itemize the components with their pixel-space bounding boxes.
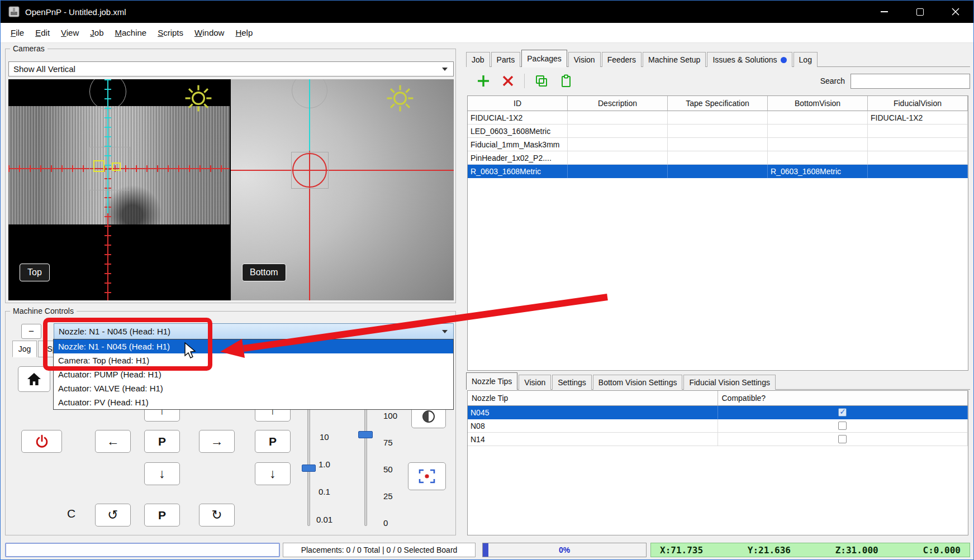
increment-slider-track[interactable] (307, 392, 310, 526)
top-camera-view[interactable]: Top (8, 79, 230, 300)
copy-button[interactable] (534, 73, 549, 89)
table-row-selected[interactable]: R_0603_1608Metric R_0603_1608Metric (468, 165, 968, 178)
window-title: OpenPnP - Untitled.job.xml (25, 7, 126, 17)
delete-package-button[interactable] (501, 74, 515, 88)
tab-bottom-vision-settings[interactable]: Bottom Vision Settings (593, 375, 683, 390)
minimize-button[interactable] (866, 1, 902, 23)
top-detect-square-1 (93, 160, 104, 172)
dropdown-item-camera-top[interactable]: Camera: Top (Head: H1) (54, 353, 453, 367)
dropdown-item-nozzle[interactable]: Nozzle: N1 - N045 (Head: H1) (54, 339, 453, 353)
compatible-checkbox-checked[interactable] (838, 408, 847, 417)
app-icon (8, 6, 20, 17)
tab-detail-vision[interactable]: Vision (519, 375, 551, 390)
bottom-reticle-red-circle (292, 153, 327, 188)
top-cyan-line (107, 79, 108, 213)
collapse-button[interactable]: − (21, 324, 41, 339)
paste-button[interactable] (558, 73, 574, 89)
compatible-checkbox[interactable] (838, 422, 847, 430)
increment-label-001: 0.01 (316, 515, 332, 524)
table-row[interactable]: PinHeader_1x02_P2.... (468, 151, 968, 165)
speed-slider-handle[interactable] (358, 431, 373, 438)
speed-label-75: 75 (383, 438, 393, 447)
col-nozzle-tip[interactable]: Nozzle Tip (468, 391, 718, 406)
cameras-group: Cameras Show All Vertical (5, 49, 456, 303)
menu-window[interactable]: Window (189, 26, 230, 40)
minimize-icon (881, 11, 888, 12)
position-z-button[interactable]: P (255, 430, 291, 453)
menu-job[interactable]: Job (84, 26, 109, 40)
menu-edit[interactable]: Edit (30, 26, 55, 40)
chevron-down-icon (442, 68, 448, 71)
nozzle-tip-row-selected[interactable]: N045 (468, 406, 968, 419)
compatible-checkbox[interactable] (838, 435, 847, 443)
tab-feeders[interactable]: Feeders (602, 52, 642, 67)
col-bottom-vision[interactable]: BottomVision (768, 96, 868, 111)
rotate-ccw-button[interactable]: ↺ (95, 504, 131, 527)
power-button[interactable] (21, 430, 62, 453)
menu-view[interactable]: View (55, 26, 84, 40)
position-camera-button[interactable] (408, 462, 446, 490)
nozzle-tip-row[interactable]: N14 (468, 433, 968, 446)
menu-file[interactable]: File (5, 26, 30, 40)
tab-packages[interactable]: Packages (521, 50, 567, 67)
tab-nozzle-tips[interactable]: Nozzle Tips (466, 372, 517, 390)
tab-detail-settings[interactable]: Settings (552, 375, 592, 390)
position-xy-button[interactable]: P (144, 430, 180, 453)
bottom-camera-view[interactable]: Bottom (231, 79, 454, 300)
position-c-button[interactable]: P (144, 504, 180, 527)
packages-table-header: ID Description Tape Specification Bottom… (468, 96, 968, 111)
dro-x: X:71.735 (660, 545, 703, 556)
table-row[interactable]: Fiducial_1mm_Mask3mm (468, 138, 968, 151)
jog-x-plus-button[interactable]: → (199, 430, 235, 453)
power-icon (35, 434, 49, 449)
placements-status: Placements: 0 / 0 Total | 0 / 0 Selected… (283, 543, 476, 557)
tool-selector-value: Nozzle: N1 - N045 (Head: H1) (59, 327, 170, 336)
copy-icon (535, 74, 548, 88)
col-description[interactable]: Description (568, 96, 668, 111)
close-button[interactable] (938, 1, 973, 23)
col-compatible[interactable]: Compatible? (718, 391, 968, 406)
menu-scripts[interactable]: Scripts (152, 26, 189, 40)
add-package-button[interactable] (475, 73, 492, 89)
col-tape-specification[interactable]: Tape Specification (668, 96, 768, 111)
maximize-button[interactable] (902, 1, 938, 23)
openpnp-window: OpenPnP - Untitled.job.xml File Edit Vie… (0, 0, 974, 560)
menu-machine[interactable]: Machine (109, 26, 152, 40)
tool-dropdown-popup: Nozzle: N1 - N045 (Head: H1) Camera: Top… (53, 339, 454, 410)
table-row[interactable]: FIDUCIAL-1X2 FIDUCIAL-1X2 (468, 111, 968, 125)
tab-jog[interactable]: Jog (12, 341, 37, 357)
jog-x-minus-button[interactable]: ← (95, 430, 131, 453)
search-input[interactable] (851, 74, 970, 89)
top-detect-square-2 (112, 162, 121, 171)
dropdown-item-actuator-pump[interactable]: Actuator: PUMP (Head: H1) (54, 367, 453, 381)
nozzle-tip-row[interactable]: N08 (468, 419, 968, 433)
jog-z-minus-button[interactable]: ↓ (255, 462, 291, 485)
tab-fiducial-vision-settings[interactable]: Fiducial Vision Settings (683, 375, 775, 390)
camera-views: Top B (8, 79, 454, 300)
job-progress-label: 0% (559, 545, 570, 554)
col-id[interactable]: ID (468, 96, 568, 111)
close-icon (952, 8, 959, 16)
dropdown-item-actuator-valve[interactable]: Actuator: VALVE (Head: H1) (54, 381, 453, 395)
plus-icon (476, 74, 491, 88)
col-fiducial-vision[interactable]: FiducialVision (868, 96, 968, 111)
bottom-crosshair-h (231, 170, 454, 171)
tab-job[interactable]: Job (466, 52, 490, 67)
home-button[interactable] (18, 366, 50, 392)
jog-y-minus-button[interactable]: ↓ (144, 462, 180, 485)
tab-log[interactable]: Log (794, 52, 818, 67)
increment-slider-handle[interactable] (302, 465, 316, 472)
status-bar: Placements: 0 / 0 Total | 0 / 0 Selected… (1, 540, 973, 560)
tab-parts[interactable]: Parts (491, 52, 521, 67)
tool-selector[interactable]: Nozzle: N1 - N045 (Head: H1) (54, 323, 454, 339)
tab-vision[interactable]: Vision (568, 52, 601, 67)
speed-slider-track[interactable] (364, 390, 367, 526)
menu-help[interactable]: Help (230, 26, 258, 40)
table-row[interactable]: LED_0603_1608Metric (468, 125, 968, 138)
x-icon (502, 75, 514, 87)
camera-view-selector[interactable]: Show All Vertical (8, 61, 454, 76)
tab-issues-solutions[interactable]: Issues & Solutions (707, 52, 792, 67)
rotate-cw-button[interactable]: ↻ (199, 504, 235, 527)
tab-machine-setup[interactable]: Machine Setup (643, 52, 706, 67)
dropdown-item-actuator-pv[interactable]: Actuator: PV (Head: H1) (54, 395, 453, 409)
